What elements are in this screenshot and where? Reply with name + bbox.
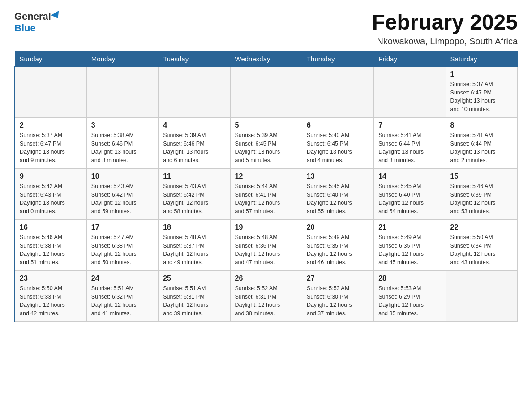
calendar-header-row: SundayMondayTuesdayWednesdayThursdayFrid… — [15, 51, 518, 66]
day-number: 22 — [450, 223, 513, 231]
day-info: Sunrise: 5:38 AM Sunset: 6:46 PM Dayligh… — [91, 131, 154, 165]
calendar-cell: 10Sunrise: 5:43 AM Sunset: 6:42 PM Dayli… — [86, 168, 158, 219]
day-info: Sunrise: 5:51 AM Sunset: 6:32 PM Dayligh… — [91, 284, 154, 318]
day-number: 11 — [163, 172, 225, 180]
day-number: 8 — [450, 121, 513, 129]
day-info: Sunrise: 5:42 AM Sunset: 6:43 PM Dayligh… — [20, 182, 82, 216]
page-header: General Blue February 2025 Nkowakowa, Li… — [14, 11, 518, 47]
day-header-thursday: Thursday — [302, 51, 373, 66]
day-number: 23 — [20, 274, 82, 283]
calendar-cell: 12Sunrise: 5:44 AM Sunset: 6:41 PM Dayli… — [230, 168, 302, 219]
day-number: 9 — [20, 172, 82, 180]
day-header-sunday: Sunday — [15, 51, 86, 66]
logo-triangle-icon — [51, 11, 62, 21]
day-number: 6 — [307, 121, 369, 129]
day-info: Sunrise: 5:43 AM Sunset: 6:42 PM Dayligh… — [91, 182, 154, 216]
calendar-cell — [302, 66, 373, 117]
day-info: Sunrise: 5:49 AM Sunset: 6:35 PM Dayligh… — [378, 233, 441, 267]
day-number: 28 — [378, 274, 441, 283]
logo-general-text: General — [14, 11, 51, 22]
day-info: Sunrise: 5:39 AM Sunset: 6:46 PM Dayligh… — [163, 131, 225, 165]
day-number: 16 — [20, 223, 82, 231]
day-number: 20 — [307, 223, 369, 231]
day-number: 5 — [235, 121, 297, 129]
day-header-monday: Monday — [86, 51, 158, 66]
day-header-tuesday: Tuesday — [159, 51, 230, 66]
logo-blue-text: Blue — [14, 22, 36, 34]
day-number: 13 — [307, 172, 369, 180]
day-info: Sunrise: 5:45 AM Sunset: 6:40 PM Dayligh… — [378, 182, 441, 216]
logo: General Blue — [14, 11, 61, 34]
calendar-title: February 2025 — [372, 11, 518, 34]
calendar-cell — [374, 66, 446, 117]
calendar-cell: 9Sunrise: 5:42 AM Sunset: 6:43 PM Daylig… — [15, 168, 86, 219]
day-number: 4 — [163, 121, 225, 129]
calendar-cell — [446, 270, 517, 321]
calendar-cell — [230, 66, 302, 117]
day-info: Sunrise: 5:39 AM Sunset: 6:45 PM Dayligh… — [235, 131, 297, 165]
day-header-wednesday: Wednesday — [230, 51, 302, 66]
day-info: Sunrise: 5:41 AM Sunset: 6:44 PM Dayligh… — [378, 131, 441, 165]
calendar-cell: 28Sunrise: 5:53 AM Sunset: 6:29 PM Dayli… — [374, 270, 446, 321]
calendar-cell — [159, 66, 230, 117]
calendar-cell: 20Sunrise: 5:49 AM Sunset: 6:35 PM Dayli… — [302, 219, 373, 270]
day-number: 21 — [378, 223, 441, 231]
calendar-cell: 16Sunrise: 5:46 AM Sunset: 6:38 PM Dayli… — [15, 219, 86, 270]
calendar-cell: 13Sunrise: 5:45 AM Sunset: 6:40 PM Dayli… — [302, 168, 373, 219]
title-block: February 2025 Nkowakowa, Limpopo, South … — [372, 11, 518, 47]
calendar-cell: 4Sunrise: 5:39 AM Sunset: 6:46 PM Daylig… — [159, 117, 230, 168]
calendar-cell: 22Sunrise: 5:50 AM Sunset: 6:34 PM Dayli… — [446, 219, 517, 270]
calendar-week-row: 9Sunrise: 5:42 AM Sunset: 6:43 PM Daylig… — [15, 168, 518, 219]
calendar-subtitle: Nkowakowa, Limpopo, South Africa — [372, 36, 518, 47]
calendar-cell: 27Sunrise: 5:53 AM Sunset: 6:30 PM Dayli… — [302, 270, 373, 321]
day-info: Sunrise: 5:49 AM Sunset: 6:35 PM Dayligh… — [307, 233, 369, 267]
calendar-cell — [86, 66, 158, 117]
calendar-cell: 21Sunrise: 5:49 AM Sunset: 6:35 PM Dayli… — [374, 219, 446, 270]
calendar-cell: 23Sunrise: 5:50 AM Sunset: 6:33 PM Dayli… — [15, 270, 86, 321]
day-info: Sunrise: 5:41 AM Sunset: 6:44 PM Dayligh… — [450, 131, 513, 165]
day-info: Sunrise: 5:37 AM Sunset: 6:47 PM Dayligh… — [450, 80, 513, 114]
calendar-cell: 11Sunrise: 5:43 AM Sunset: 6:42 PM Dayli… — [159, 168, 230, 219]
calendar-cell: 19Sunrise: 5:48 AM Sunset: 6:36 PM Dayli… — [230, 219, 302, 270]
day-info: Sunrise: 5:47 AM Sunset: 6:38 PM Dayligh… — [91, 233, 154, 267]
day-header-friday: Friday — [374, 51, 446, 66]
calendar-cell: 15Sunrise: 5:46 AM Sunset: 6:39 PM Dayli… — [446, 168, 517, 219]
calendar-table: SundayMondayTuesdayWednesdayThursdayFrid… — [14, 51, 518, 322]
day-info: Sunrise: 5:50 AM Sunset: 6:34 PM Dayligh… — [450, 233, 513, 267]
calendar-cell: 2Sunrise: 5:37 AM Sunset: 6:47 PM Daylig… — [15, 117, 86, 168]
day-info: Sunrise: 5:48 AM Sunset: 6:36 PM Dayligh… — [235, 233, 297, 267]
day-info: Sunrise: 5:50 AM Sunset: 6:33 PM Dayligh… — [20, 284, 82, 318]
calendar-cell: 26Sunrise: 5:52 AM Sunset: 6:31 PM Dayli… — [230, 270, 302, 321]
day-info: Sunrise: 5:37 AM Sunset: 6:47 PM Dayligh… — [20, 131, 82, 165]
day-info: Sunrise: 5:45 AM Sunset: 6:40 PM Dayligh… — [307, 182, 369, 216]
day-number: 3 — [91, 121, 154, 129]
calendar-cell: 8Sunrise: 5:41 AM Sunset: 6:44 PM Daylig… — [446, 117, 517, 168]
calendar-cell: 1Sunrise: 5:37 AM Sunset: 6:47 PM Daylig… — [446, 66, 517, 117]
day-info: Sunrise: 5:51 AM Sunset: 6:31 PM Dayligh… — [163, 284, 225, 318]
day-info: Sunrise: 5:40 AM Sunset: 6:45 PM Dayligh… — [307, 131, 369, 165]
day-info: Sunrise: 5:44 AM Sunset: 6:41 PM Dayligh… — [235, 182, 297, 216]
calendar-week-row: 1Sunrise: 5:37 AM Sunset: 6:47 PM Daylig… — [15, 66, 518, 117]
calendar-week-row: 16Sunrise: 5:46 AM Sunset: 6:38 PM Dayli… — [15, 219, 518, 270]
day-info: Sunrise: 5:53 AM Sunset: 6:29 PM Dayligh… — [378, 284, 441, 318]
calendar-cell: 18Sunrise: 5:48 AM Sunset: 6:37 PM Dayli… — [159, 219, 230, 270]
day-number: 19 — [235, 223, 297, 231]
day-info: Sunrise: 5:52 AM Sunset: 6:31 PM Dayligh… — [235, 284, 297, 318]
day-number: 1 — [450, 70, 513, 78]
day-info: Sunrise: 5:43 AM Sunset: 6:42 PM Dayligh… — [163, 182, 225, 216]
day-info: Sunrise: 5:53 AM Sunset: 6:30 PM Dayligh… — [307, 284, 369, 318]
day-number: 24 — [91, 274, 154, 283]
day-header-saturday: Saturday — [446, 51, 517, 66]
day-number: 26 — [235, 274, 297, 283]
day-info: Sunrise: 5:46 AM Sunset: 6:38 PM Dayligh… — [20, 233, 82, 267]
day-number: 2 — [20, 121, 82, 129]
calendar-cell: 25Sunrise: 5:51 AM Sunset: 6:31 PM Dayli… — [159, 270, 230, 321]
calendar-week-row: 23Sunrise: 5:50 AM Sunset: 6:33 PM Dayli… — [15, 270, 518, 321]
day-info: Sunrise: 5:48 AM Sunset: 6:37 PM Dayligh… — [163, 233, 225, 267]
calendar-cell: 17Sunrise: 5:47 AM Sunset: 6:38 PM Dayli… — [86, 219, 158, 270]
calendar-cell: 3Sunrise: 5:38 AM Sunset: 6:46 PM Daylig… — [86, 117, 158, 168]
day-number: 18 — [163, 223, 225, 231]
day-number: 14 — [378, 172, 441, 180]
day-number: 27 — [307, 274, 369, 283]
day-number: 12 — [235, 172, 297, 180]
